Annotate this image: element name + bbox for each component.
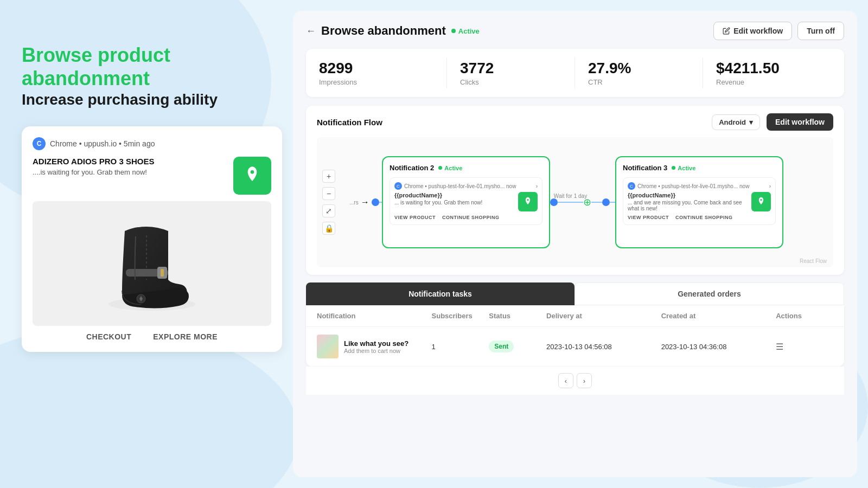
col-status: Status bbox=[489, 312, 546, 320]
push-meta: Chrome • uppush.io • 5min ago bbox=[50, 139, 155, 148]
mini-notif-2-content: {{productName}} ... and we are missing y… bbox=[628, 192, 771, 211]
chrome-icon: C bbox=[33, 137, 46, 150]
push-body: ....is waiting for you. Grab them now! bbox=[33, 168, 227, 176]
mini-notif-2-text: {{productName}} ... and we are missing y… bbox=[628, 192, 747, 211]
notification-3-title: Notification 3 bbox=[623, 164, 667, 172]
lock-button[interactable]: 🔒 bbox=[322, 222, 335, 235]
stat-clicks: 3772 Clicks bbox=[447, 57, 575, 88]
notification-2-status: Active bbox=[438, 165, 462, 171]
notif-cell: Like what you see? Add them to cart now bbox=[317, 335, 432, 358]
notif-info: Like what you see? Add them to cart now bbox=[344, 339, 409, 354]
revenue-label: Revenue bbox=[716, 78, 818, 86]
notification-3-dot bbox=[672, 166, 675, 170]
page-title-row: ← Browse abandonment Active bbox=[306, 24, 480, 38]
impressions-value: 8299 bbox=[319, 60, 433, 77]
tab-notification-tasks[interactable]: Notification tasks bbox=[306, 282, 575, 305]
mini-notif-1-body: ... is waiting for you. Grab them now! bbox=[394, 200, 514, 206]
flow-title: Notification Flow bbox=[317, 118, 382, 127]
clicks-label: Clicks bbox=[460, 78, 561, 86]
push-card: C Chrome • uppush.io • 5min ago ADIZERO … bbox=[22, 126, 282, 352]
col-created-at: Created at bbox=[661, 312, 776, 320]
zoom-out-button[interactable]: − bbox=[322, 187, 335, 200]
mini-action-2-shop: CONTINUE SHOPPING bbox=[675, 215, 733, 220]
active-label: Active bbox=[458, 27, 480, 35]
push-logo bbox=[233, 157, 271, 195]
created-at-cell: 2023-10-13 04:36:08 bbox=[661, 343, 776, 351]
mini-action-1-shop: CONTINUE SHOPPING bbox=[442, 215, 500, 220]
mini-notif-2: C Chrome • pushup-test-for-live-01.mysho… bbox=[623, 177, 776, 225]
rocket-icon-small-1 bbox=[522, 196, 533, 207]
flow-canvas: + − ⤢ 🔒 ...rs → Notification 2 bbox=[317, 137, 833, 267]
connector-dot-start bbox=[372, 198, 379, 206]
back-button[interactable]: ← bbox=[306, 25, 316, 37]
notification-3-status: Active bbox=[672, 165, 695, 171]
stat-ctr: 27.9% CTR bbox=[575, 57, 703, 88]
header-actions: Edit workflow Turn off bbox=[713, 22, 844, 40]
impressions-label: Impressions bbox=[319, 78, 433, 86]
active-dot-indicator bbox=[451, 29, 456, 33]
prev-page-button[interactable]: ‹ bbox=[558, 373, 573, 388]
chevron-down-icon: ▾ bbox=[749, 118, 753, 126]
clicks-value: 3772 bbox=[460, 60, 561, 77]
mini-notif-1-site-text: Chrome • pushup-test-for-live-01.mysho..… bbox=[404, 183, 516, 189]
headline-black: Increase purchasing ability bbox=[22, 90, 293, 110]
notification-3-status-label: Active bbox=[678, 165, 695, 171]
flow-inner: ...rs → Notification 2 Active bbox=[328, 156, 822, 248]
push-content-row: ADIZERO ADIOS PRO 3 SHOES ....is waiting… bbox=[33, 157, 271, 195]
checkout-button[interactable]: CHECKOUT bbox=[86, 332, 131, 341]
next-page-button[interactable]: › bbox=[577, 373, 592, 388]
edit-workflow-button[interactable]: Edit workflow bbox=[713, 22, 792, 40]
mini-notif-1-actions: VIEW PRODUCT CONTINUE SHOPPING bbox=[394, 215, 538, 220]
zoom-in-button[interactable]: + bbox=[322, 170, 335, 183]
status-cell: Sent bbox=[489, 341, 546, 352]
mini-notif-2-body: ... and we are missing you. Come back an… bbox=[628, 200, 747, 211]
mini-action-2-view: VIEW PRODUCT bbox=[628, 215, 669, 220]
notification-2-title: Notification 2 bbox=[390, 164, 434, 172]
mini-chrome-icon-2: C bbox=[628, 182, 635, 190]
chevron-icon-1: › bbox=[536, 183, 538, 189]
mini-notif-2-actions: VIEW PRODUCT CONTINUE SHOPPING bbox=[628, 215, 771, 220]
bottom-section: Notification tasks Generated orders Noti… bbox=[306, 282, 844, 395]
edit-icon bbox=[723, 27, 730, 35]
tab-generated-orders[interactable]: Generated orders bbox=[575, 282, 844, 305]
platform-label: Android bbox=[719, 118, 746, 126]
table-section: Notification Subscribers Status Delivery… bbox=[306, 305, 844, 367]
notif-name: Like what you see? bbox=[344, 339, 409, 348]
row-actions-button[interactable]: ☰ bbox=[776, 342, 833, 352]
mini-notif-1-content: {{productName}} ... is waiting for you. … bbox=[394, 192, 538, 211]
mini-notif-1-site: C Chrome • pushup-test-for-live-01.mysho… bbox=[394, 182, 516, 190]
pagination-row: ‹ › bbox=[306, 367, 844, 395]
ctr-label: CTR bbox=[588, 78, 690, 86]
flow-header: Notification Flow Android ▾ Edit workflo… bbox=[317, 113, 833, 131]
chevron-icon-2: › bbox=[769, 183, 771, 189]
notif-thumbnail bbox=[317, 335, 339, 358]
left-panel: Browse product abandonment Increase purc… bbox=[22, 43, 293, 352]
notification-2-dot bbox=[438, 166, 442, 170]
flow-zoom-controls: + − ⤢ 🔒 bbox=[322, 170, 335, 235]
edit-workflow-label: Edit workflow bbox=[733, 27, 783, 35]
mini-action-1-view: VIEW PRODUCT bbox=[394, 215, 436, 220]
connector-dot-end bbox=[602, 198, 610, 206]
mini-notif-1-logo bbox=[518, 192, 538, 211]
explore-button[interactable]: EXPLORE MORE bbox=[153, 332, 218, 341]
mini-chrome-icon-1: C bbox=[394, 182, 402, 190]
flow-edit-button[interactable]: Edit workflow bbox=[767, 113, 833, 131]
between-connector: Wait for 1 day ⊕ bbox=[550, 196, 615, 208]
push-text: ADIZERO ADIOS PRO 3 SHOES ....is waiting… bbox=[33, 157, 227, 176]
status-badge: Sent bbox=[489, 341, 514, 352]
start-label: ...rs bbox=[349, 200, 359, 206]
table-row: Like what you see? Add them to cart now … bbox=[306, 327, 844, 367]
notification-2-header: Notification 2 Active bbox=[390, 164, 542, 172]
rocket-icon bbox=[241, 165, 263, 187]
push-header: C Chrome • uppush.io • 5min ago bbox=[33, 137, 271, 150]
stat-impressions: 8299 Impressions bbox=[319, 57, 447, 88]
notification-3-node: Notification 3 Active C Chrome • pushup-… bbox=[615, 156, 783, 248]
platform-select[interactable]: Android ▾ bbox=[712, 114, 760, 130]
tabs-section: Notification tasks Generated orders bbox=[306, 282, 844, 305]
rocket-icon-small-2 bbox=[756, 196, 767, 207]
right-panel: ← Browse abandonment Active Edit workflo… bbox=[293, 11, 857, 477]
fit-view-button[interactable]: ⤢ bbox=[322, 204, 335, 217]
boot-svg bbox=[92, 209, 212, 318]
mini-notif-2-site-text: Chrome • pushup-test-for-live-01.mysho..… bbox=[637, 183, 749, 189]
turn-off-button[interactable]: Turn off bbox=[797, 22, 844, 40]
